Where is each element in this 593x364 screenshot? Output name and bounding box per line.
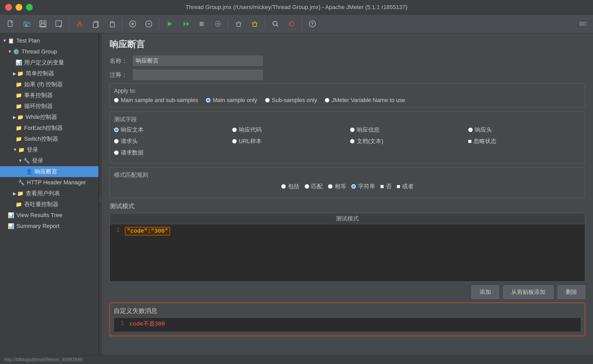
tf-request-data-radio[interactable]	[114, 150, 119, 155]
pm-or[interactable]: 或者	[397, 183, 414, 190]
add-button[interactable]: 添加	[471, 285, 499, 299]
tf-request-header-radio[interactable]	[114, 139, 119, 144]
tf-ignore-status-check[interactable]	[468, 140, 471, 143]
clear-all-button[interactable]	[247, 17, 262, 31]
collapse-button[interactable]	[141, 17, 156, 31]
name-input[interactable]	[133, 56, 263, 66]
tf-response-header[interactable]: 响应头	[468, 126, 581, 134]
sidebar-item-thread-group[interactable]: ▼ ⚙️ Thread Group	[0, 46, 98, 57]
new-button[interactable]	[3, 17, 18, 31]
failure-content[interactable]: code不是300	[127, 318, 581, 332]
pm-equals[interactable]: 相等	[328, 183, 346, 190]
minimize-button[interactable]	[16, 4, 22, 11]
resize-handle[interactable]	[99, 33, 102, 364]
pm-substring[interactable]: 字符串	[351, 183, 375, 190]
pm-or-check[interactable]	[397, 185, 400, 188]
tf-url-sample[interactable]: URL样本	[232, 137, 345, 145]
sidebar-item-while-controller[interactable]: ▶ 📁 While控制器	[0, 112, 98, 123]
sidebar-item-http-header-manager[interactable]: 🔧 HTTP Header Manager	[0, 177, 98, 188]
tf-response-code[interactable]: 响应代码	[232, 126, 345, 134]
sidebar-item-simple-controller[interactable]: ▶ 📁 简单控制器	[0, 68, 98, 79]
drag-dots	[100, 196, 101, 201]
tf-response-text-radio[interactable]	[114, 127, 119, 132]
tf-request-data[interactable]: 请求数据	[114, 149, 227, 157]
apply-to-jmeter-var-radio[interactable]	[325, 98, 329, 103]
save-button[interactable]	[35, 17, 50, 31]
failure-line-numbers: 1	[114, 318, 127, 332]
sidebar-item-transaction-controller[interactable]: 📁 事务控制器	[0, 90, 98, 101]
sidebar-item-view-users[interactable]: ▶ 📁 查看用户列表	[0, 188, 98, 199]
pm-matches[interactable]: 匹配	[305, 183, 323, 190]
pm-substring-radio[interactable]	[351, 184, 356, 189]
pm-contains[interactable]: 包括	[281, 183, 299, 190]
copy-button[interactable]	[88, 17, 103, 31]
login-sub-icon: 🔧	[23, 158, 30, 164]
help-button[interactable]: ?	[305, 17, 320, 31]
tf-response-header-radio[interactable]	[468, 127, 473, 132]
tf-url-sample-radio[interactable]	[232, 139, 237, 144]
sidebar-item-loop-controller[interactable]: 📁 循环控制器	[0, 101, 98, 112]
sidebar-item-throughput-controller[interactable]: 📁 吞吐量控制器	[0, 199, 98, 210]
tf-response-message-radio[interactable]	[350, 127, 355, 132]
apply-to-main-only-radio[interactable]	[206, 98, 211, 103]
name-label: 名称：	[110, 57, 133, 65]
shutdown-button[interactable]	[210, 17, 225, 31]
apply-to-main-sub[interactable]: Main sample and sub-samples	[114, 97, 198, 104]
sidebar-item-login-group[interactable]: ▼ 📁 登录	[0, 144, 98, 155]
cut-button[interactable]	[72, 17, 87, 31]
comment-input[interactable]	[133, 70, 263, 80]
sidebar-item-user-vars[interactable]: 📊 用户定义的变量	[0, 57, 98, 68]
sidebar-item-view-results-tree[interactable]: 📊 View Results Tree	[0, 210, 98, 221]
sidebar-item-label: View Results Tree	[16, 212, 62, 219]
sidebar-item-foreach-controller[interactable]: 📁 ForEach控制器	[0, 123, 98, 133]
sidebar-item-response-assertion[interactable]: 👤 响应断言	[0, 166, 98, 177]
code-content[interactable]: "code":"300"	[123, 224, 585, 281]
tf-ignore-status[interactable]: 忽略状态	[468, 137, 581, 145]
tf-document-text-radio[interactable]	[350, 139, 355, 144]
apply-to-sub-only-label: Sub-samples only	[272, 97, 317, 104]
sidebar-item-login-sub[interactable]: ▼ 🔧 登录	[0, 155, 98, 166]
pm-matches-radio[interactable]	[305, 184, 309, 189]
code-body[interactable]: 1 "code":"300"	[110, 224, 585, 281]
expand-button[interactable]	[125, 17, 140, 31]
sidebar-item-label: Switch控制器	[24, 135, 58, 143]
apply-to-sub-only-radio[interactable]	[265, 98, 270, 103]
pm-not[interactable]: 否	[380, 183, 392, 190]
run-button[interactable]	[162, 17, 177, 31]
tf-document-text[interactable]: 文档(文本)	[350, 137, 463, 145]
start-no-pause-button[interactable]	[178, 17, 193, 31]
pm-not-check[interactable]	[380, 185, 384, 188]
sidebar-item-if-controller[interactable]: 📁 如果 (If) 控制器	[0, 79, 98, 90]
stop-button[interactable]	[194, 17, 209, 31]
sidebar-item-test-plan[interactable]: ▼ 📋 Test Plan	[0, 35, 98, 46]
paste-button[interactable]	[104, 17, 119, 31]
apply-to-main-sub-radio[interactable]	[114, 98, 119, 103]
reset-button[interactable]	[284, 17, 299, 31]
expand-arrow: ▼	[8, 49, 12, 54]
clear-button[interactable]	[231, 17, 246, 31]
close-button[interactable]	[5, 4, 12, 11]
search-button[interactable]	[268, 17, 283, 31]
tf-response-code-radio[interactable]	[232, 127, 237, 132]
tf-response-message[interactable]: 响应信息	[350, 126, 463, 134]
paste-from-clipboard-button[interactable]: 从剪贴板添加	[503, 285, 554, 299]
open-button[interactable]	[19, 17, 34, 31]
pm-substring-label: 字符串	[358, 183, 375, 190]
tf-response-text[interactable]: 响应文本	[114, 126, 227, 134]
apply-to-main-only[interactable]: Main sample only	[206, 97, 257, 104]
separator-4	[228, 18, 228, 30]
comment-row: 注释：	[110, 70, 585, 80]
apply-to-sub-only[interactable]: Sub-samples only	[265, 97, 317, 104]
saveas-button[interactable]	[51, 17, 66, 31]
tf-request-header[interactable]: 请求头	[114, 137, 227, 145]
sidebar-item-switch-controller[interactable]: 📁 Switch控制器	[0, 133, 98, 144]
maximize-button[interactable]	[26, 4, 33, 11]
failure-title: 自定义失败消息	[114, 307, 581, 315]
sidebar-item-label: Thread Group	[22, 48, 57, 55]
pm-equals-radio[interactable]	[328, 184, 333, 189]
sidebar-item-summary-report[interactable]: 📊 Summary Report	[0, 221, 98, 232]
pm-contains-radio[interactable]	[281, 184, 286, 189]
delete-button[interactable]: 删除	[558, 285, 585, 299]
failure-code-area[interactable]: 1 code不是300	[114, 318, 581, 332]
apply-to-jmeter-var[interactable]: JMeter Variable Name to use	[325, 97, 405, 104]
